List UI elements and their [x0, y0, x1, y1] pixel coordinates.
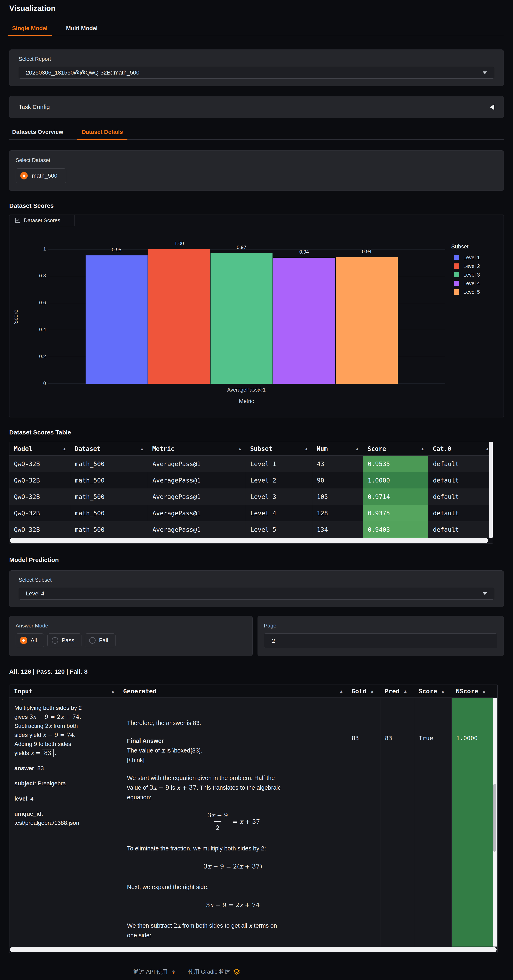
chart-legend: Subset Level 1Level 2Level 3Level 4Level…	[451, 243, 480, 296]
table-row: QwQ-32Bmath_500AveragePass@1Level 41280.…	[10, 505, 493, 521]
task-config-accordion[interactable]: Task Config	[9, 96, 504, 118]
pred-col-header-input[interactable]: Input▲	[10, 685, 119, 697]
table-cell: 0.9375	[363, 505, 428, 521]
pred-col-header-pred[interactable]: Pred▲	[380, 685, 414, 697]
table-cell: math_500	[70, 488, 148, 505]
pred-cell-score: True	[414, 698, 451, 947]
dataset-radio-label: math_500	[32, 172, 57, 179]
page-label: Page	[264, 622, 497, 629]
subset-dropdown[interactable]: Level 4	[19, 588, 494, 600]
footer-gradio-link[interactable]: 使用 Gradio 构建	[188, 968, 240, 975]
bar-value-label: 0.94	[336, 249, 398, 255]
legend-item-level-1[interactable]: Level 1	[454, 253, 480, 262]
chart-plot: Score AveragePass@1 Metric 10.80.60.40.2…	[10, 215, 503, 417]
prediction-table-header: Input▲Generated▲Gold▲Pred▲Score▲NScore▲	[10, 685, 497, 698]
table-row: QwQ-32Bmath_500AveragePass@1Level 2901.0…	[10, 472, 493, 488]
radio-unselected-icon	[89, 637, 95, 644]
sort-asc-icon: ▲	[421, 446, 424, 451]
legend-item-level-5[interactable]: Level 5	[454, 288, 480, 296]
page-input[interactable]	[272, 638, 489, 644]
sort-asc-icon: ▲	[371, 689, 373, 694]
footer-api-link[interactable]: 通过 API 使用	[133, 968, 177, 975]
tab-dataset-details[interactable]: Dataset Details	[79, 127, 125, 139]
prediction-table-vertical-scrollbar[interactable]	[493, 698, 497, 947]
scores-col-header-model[interactable]: Model▲	[10, 442, 70, 455]
select-subset-panel: Select Subset Level 4	[9, 570, 504, 607]
legend-item-level-2[interactable]: Level 2	[454, 262, 480, 270]
bar-value-label: 0.97	[211, 245, 273, 250]
pred-col-header-generated[interactable]: Generated▲	[119, 685, 347, 697]
dataset-radio-math-500[interactable]: math_500	[16, 169, 66, 183]
tab-datasets-overview[interactable]: Datasets Overview	[10, 127, 65, 139]
bar-level-3	[211, 253, 273, 384]
legend-item-level-4[interactable]: Level 4	[454, 279, 480, 288]
table-cell: 0.9714	[363, 488, 428, 505]
table-cell: 105	[312, 488, 363, 505]
y-tick-label: 1	[17, 246, 46, 252]
table-cell: 0.9535	[363, 456, 428, 472]
scores-col-header-subset[interactable]: Subset▲	[246, 442, 312, 455]
bar-value-label: 0.94	[273, 249, 335, 255]
table-cell: math_500	[70, 456, 148, 472]
legend-swatch-icon	[454, 281, 459, 286]
scrollbar-thumb[interactable]	[493, 784, 496, 852]
scores-col-header-cat-0[interactable]: Cat.0▲	[428, 442, 493, 455]
table-cell: AveragePass@1	[148, 456, 246, 472]
scores-table-heading: Dataset Scores Table	[9, 429, 504, 436]
x-axis-title: Metric	[48, 398, 445, 404]
table-cell: 128	[312, 505, 363, 521]
answer-mode-panel: Answer Mode AllPassFail	[9, 616, 253, 656]
page-input-box	[264, 633, 497, 648]
scores-table-vertical-scrollbar[interactable]	[489, 442, 493, 538]
pred-col-header-score[interactable]: Score▲	[414, 685, 451, 697]
bar-level-5	[336, 257, 398, 384]
y-tick-label: 0.2	[17, 353, 46, 359]
prediction-table-horizontal-scrollbar[interactable]	[10, 947, 497, 952]
pred-col-header-gold[interactable]: Gold▲	[347, 685, 380, 697]
select-dataset-panel: Select Dataset math_500	[9, 150, 504, 191]
table-cell: Level 5	[246, 521, 312, 538]
tab-single-model[interactable]: Single Model	[10, 23, 50, 36]
sort-asc-icon: ▲	[404, 689, 407, 694]
legend-swatch-icon	[454, 289, 459, 294]
scores-col-header-score[interactable]: Score▲	[363, 442, 428, 455]
table-cell: math_500	[70, 472, 148, 488]
answer-mode-label: Answer Mode	[16, 622, 246, 629]
sort-asc-icon: ▲	[305, 446, 308, 451]
bar-level-1	[86, 255, 148, 384]
answer-mode-option-pass[interactable]: Pass	[48, 633, 81, 648]
table-cell: Level 4	[246, 505, 312, 521]
table-cell: default	[428, 505, 493, 521]
answer-mode-option-fail[interactable]: Fail	[85, 633, 115, 648]
table-cell: QwQ-32B	[10, 472, 70, 488]
scores-col-header-metric[interactable]: Metric▲	[148, 442, 246, 455]
legend-swatch-icon	[454, 255, 459, 260]
footer: 通过 API 使用 · 使用 Gradio 构建	[9, 968, 504, 975]
report-dropdown[interactable]: 20250306_181550@@QwQ-32B::math_500	[19, 67, 494, 79]
detail-tabs: Datasets Overview Dataset Details	[9, 127, 504, 140]
select-subset-label: Select Subset	[19, 577, 494, 583]
table-cell: QwQ-32B	[10, 488, 70, 505]
pred-cell-pred: 83	[380, 698, 414, 947]
legend-swatch-icon	[454, 272, 459, 277]
sort-asc-icon: ▲	[340, 689, 343, 694]
legend-item-level-3[interactable]: Level 3	[454, 270, 480, 279]
table-cell: QwQ-32B	[10, 521, 70, 538]
scores-table-horizontal-scrollbar[interactable]	[10, 538, 488, 543]
tab-multi-model[interactable]: Multi Model	[64, 23, 100, 36]
dataset-scores-table: Model▲Dataset▲Metric▲Subset▲Num▲Score▲Ca…	[9, 442, 493, 544]
stats-heading: All: 128 | Pass: 120 | Fail: 8	[9, 668, 504, 675]
x-tick-label: AveragePass@1	[48, 387, 445, 393]
pred-col-header-nscore[interactable]: NScore▲	[451, 685, 493, 697]
page-title: Visualization	[9, 4, 504, 13]
chevron-left-icon	[490, 104, 494, 110]
table-cell: 0.9403	[363, 521, 428, 538]
task-config-label: Task Config	[19, 104, 50, 110]
y-tick-label: 0	[17, 380, 46, 386]
answer-mode-option-all[interactable]: All	[16, 633, 44, 648]
select-dataset-label: Select Dataset	[16, 157, 497, 164]
footer-separator: ·	[182, 969, 183, 975]
scores-col-header-num[interactable]: Num▲	[312, 442, 363, 455]
prediction-table: Input▲Generated▲Gold▲Pred▲Score▲NScore▲ …	[9, 684, 498, 953]
scores-col-header-dataset[interactable]: Dataset▲	[70, 442, 148, 455]
